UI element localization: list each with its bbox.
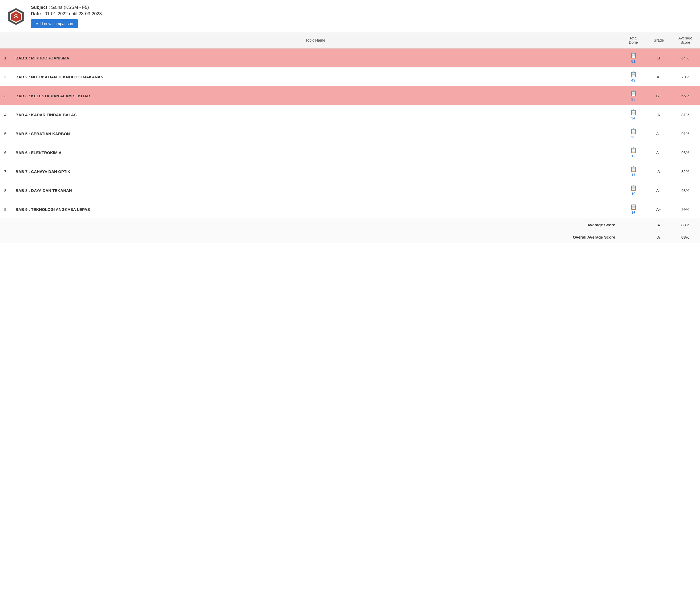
overall-average-row: Overall Average Score A 83% xyxy=(0,231,700,243)
app-logo: S xyxy=(6,7,26,26)
done-count: 34 xyxy=(631,116,636,120)
col-topic: Topic Name xyxy=(11,32,620,48)
table-row: 1BAB 1 : MIKROORGANISMA 📋 61 B64% xyxy=(0,48,700,68)
grade-cell: A+ xyxy=(647,200,671,219)
topic-name-cell: BAB 1 : MIKROORGANISMA xyxy=(11,48,620,68)
add-comparison-button[interactable]: Add new comparison xyxy=(31,19,78,28)
done-count: 23 xyxy=(631,97,636,101)
col-grade: Grade xyxy=(647,32,671,48)
done-count: 23 xyxy=(631,135,636,139)
document-icon: 📋 xyxy=(630,90,637,96)
done-inner: 📋 12 xyxy=(623,147,644,158)
col-num xyxy=(0,32,11,48)
avg-score-total xyxy=(620,219,647,231)
done-count: 19 xyxy=(631,192,636,196)
total-done-cell: 📋 61 xyxy=(620,48,647,68)
done-inner: 📋 61 xyxy=(623,52,644,63)
table-row: 3BAB 3 : KELESTARIAN ALAM SEKITAR 📋 23 B… xyxy=(0,86,700,105)
total-done-cell: 📋 23 xyxy=(620,124,647,143)
page-header: S Subject : Sains (KSSM - F5) Date : 01-… xyxy=(0,0,700,32)
done-count: 49 xyxy=(631,78,636,83)
table-row: 7BAB 7 : CAHAYA DAN OPTIK 📋 17 A82% xyxy=(0,162,700,181)
row-number: 6 xyxy=(0,143,11,162)
done-count: 16 xyxy=(631,211,636,215)
avg-score-cell: 82% xyxy=(671,162,700,181)
topic-name-cell: BAB 4 : KADAR TINDAK BALAS xyxy=(11,105,620,124)
avg-score-cell: 70% xyxy=(671,68,700,86)
total-done-cell: 📋 34 xyxy=(620,105,647,124)
overall-total xyxy=(620,231,647,243)
total-done-cell: 📋 12 xyxy=(620,143,647,162)
done-inner: 📋 19 xyxy=(623,185,644,196)
average-score-row: Average Score A 83% xyxy=(0,219,700,231)
overall-score: 83% xyxy=(671,231,700,243)
row-number: 5 xyxy=(0,124,11,143)
overall-label: Overall Average Score xyxy=(0,231,620,243)
total-done-cell: 📋 49 xyxy=(620,68,647,86)
avg-score-cell: 91% xyxy=(671,124,700,143)
results-table: Topic Name TotalDone Grade AverageScore … xyxy=(0,32,700,243)
avg-score-grade: A xyxy=(647,219,671,231)
table-row: 6BAB 6 : ELEKTROKIMIA 📋 12 A+98% xyxy=(0,143,700,162)
document-icon: 📋 xyxy=(630,71,637,78)
table-row: 4BAB 4 : KADAR TINDAK BALAS 📋 34 A81% xyxy=(0,105,700,124)
subject-line: Subject : Sains (KSSM - F5) xyxy=(31,5,102,10)
done-count: 12 xyxy=(631,154,636,158)
document-icon: 📋 xyxy=(630,185,637,191)
document-icon: 📋 xyxy=(630,147,637,153)
subject-value: Sains (KSSM - F5) xyxy=(51,5,89,10)
grade-cell: A xyxy=(647,105,671,124)
document-icon: 📋 xyxy=(630,52,637,59)
done-inner: 📋 23 xyxy=(623,90,644,101)
table-row: 9BAB 9 : TEKNOLOGI ANGKASA LEPAS 📋 16 A+… xyxy=(0,200,700,219)
grade-cell: A+ xyxy=(647,181,671,200)
grade-cell: A- xyxy=(647,68,671,86)
table-header-row: Topic Name TotalDone Grade AverageScore xyxy=(0,32,700,48)
topic-name-cell: BAB 8 : DAYA DAN TEKANAN xyxy=(11,181,620,200)
row-number: 3 xyxy=(0,86,11,105)
grade-cell: A+ xyxy=(647,143,671,162)
avg-score-cell: 98% xyxy=(671,143,700,162)
subject-label: Subject xyxy=(31,5,47,10)
grade-cell: B+ xyxy=(647,86,671,105)
avg-score-cell: 64% xyxy=(671,48,700,68)
avg-score-label: Average Score xyxy=(0,219,620,231)
table-row: 8BAB 8 : DAYA DAN TEKANAN 📋 19 A+93% xyxy=(0,181,700,200)
done-inner: 📋 17 xyxy=(623,166,644,177)
total-done-cell: 📋 19 xyxy=(620,181,647,200)
table-row: 2BAB 2 : NUTRISI DAN TEKNOLOGI MAKANAN 📋… xyxy=(0,68,700,86)
topic-name-cell: BAB 7 : CAHAYA DAN OPTIK xyxy=(11,162,620,181)
avg-score-cell: 93% xyxy=(671,181,700,200)
avg-score-cell: 99% xyxy=(671,200,700,219)
row-number: 7 xyxy=(0,162,11,181)
document-icon: 📋 xyxy=(630,128,637,134)
done-count: 17 xyxy=(631,173,636,177)
avg-score-value: 83% xyxy=(671,219,700,231)
date-value: 01-01-2022 until 23-03-2023 xyxy=(45,11,102,16)
document-icon: 📋 xyxy=(630,166,637,172)
done-inner: 📋 23 xyxy=(623,128,644,139)
row-number: 2 xyxy=(0,68,11,86)
document-icon: 📋 xyxy=(630,204,637,210)
topic-name-cell: BAB 6 : ELEKTROKIMIA xyxy=(11,143,620,162)
col-avg-score: AverageScore xyxy=(671,32,700,48)
grade-cell: A xyxy=(647,162,671,181)
avg-score-cell: 66% xyxy=(671,86,700,105)
done-inner: 📋 49 xyxy=(623,71,644,83)
done-inner: 📋 34 xyxy=(623,109,644,120)
grade-cell: B xyxy=(647,48,671,68)
done-inner: 📋 16 xyxy=(623,204,644,215)
date-line: Date : 01-01-2022 until 23-03-2023 xyxy=(31,11,102,16)
row-number: 4 xyxy=(0,105,11,124)
total-done-cell: 📋 23 xyxy=(620,86,647,105)
col-total: TotalDone xyxy=(620,32,647,48)
topic-name-cell: BAB 2 : NUTRISI DAN TEKNOLOGI MAKANAN xyxy=(11,68,620,86)
row-number: 1 xyxy=(0,48,11,68)
header-info: Subject : Sains (KSSM - F5) Date : 01-01… xyxy=(31,5,102,28)
table-row: 5BAB 5 : SEBATIAN KARBON 📋 23 A+91% xyxy=(0,124,700,143)
done-count: 61 xyxy=(631,59,636,63)
grade-cell: A+ xyxy=(647,124,671,143)
topic-name-cell: BAB 5 : SEBATIAN KARBON xyxy=(11,124,620,143)
total-done-cell: 📋 17 xyxy=(620,162,647,181)
topic-name-cell: BAB 9 : TEKNOLOGI ANGKASA LEPAS xyxy=(11,200,620,219)
